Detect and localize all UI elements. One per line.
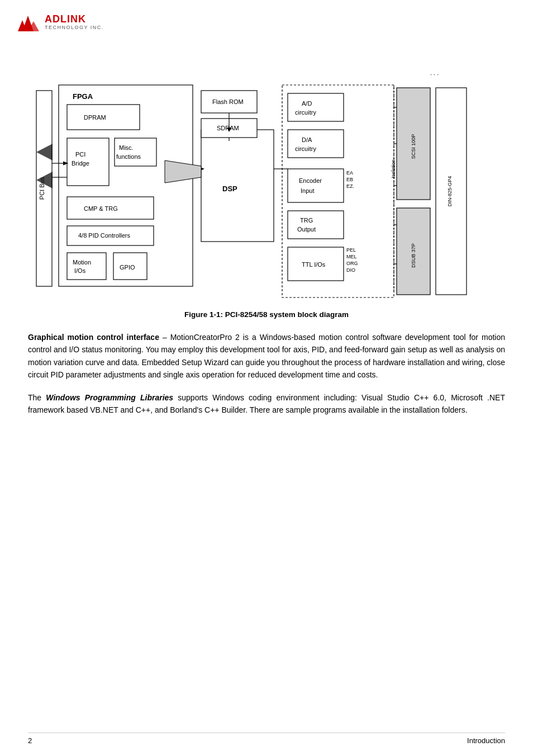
svg-text:EB: EB: [346, 177, 353, 182]
svg-text:EZ.: EZ.: [346, 183, 354, 189]
svg-rect-43: [288, 211, 344, 239]
section-label: Introduction: [467, 736, 505, 745]
figure-caption: Figure 1-1: PCI-8254/58 system block dia…: [28, 310, 505, 319]
svg-text:Isolation: Isolation: [391, 159, 396, 178]
svg-text:PEL: PEL: [346, 247, 356, 253]
svg-rect-19: [67, 253, 106, 280]
page-footer: 2 Introduction: [28, 733, 505, 745]
svg-text:SCSI 100P: SCSI 100P: [411, 134, 416, 159]
svg-text:Input: Input: [301, 187, 314, 194]
svg-text:D/A: D/A: [302, 136, 312, 143]
svg-text:DSP: DSP: [222, 185, 237, 193]
svg-text:I/Os: I/Os: [74, 267, 86, 274]
block-diagram: PCI Bus FPGA DPRAM Misc. functions PCI B…: [28, 57, 508, 305]
svg-text:4/8 PID Controllers: 4/8 PID Controllers: [78, 232, 130, 239]
svg-text:· · ·: · · ·: [430, 71, 439, 78]
svg-rect-24: [201, 130, 274, 242]
svg-text:TTL I/Os: TTL I/Os: [302, 261, 326, 268]
svg-text:circuitry: circuitry: [295, 109, 316, 116]
svg-text:EA: EA: [346, 170, 353, 176]
body-paragraph-2: The Windows Programming Libraries suppor…: [28, 391, 505, 417]
adlink-logo-icon: [17, 10, 41, 35]
svg-text:FPGA: FPGA: [73, 92, 93, 101]
para1-bold: Graphical motion control interface: [28, 333, 159, 342]
svg-text:DIN-825-GP4: DIN-825-GP4: [447, 176, 453, 207]
svg-marker-72: [165, 160, 201, 183]
svg-text:DPRAM: DPRAM: [84, 114, 106, 121]
svg-text:MEL: MEL: [346, 254, 357, 259]
svg-text:Output: Output: [297, 226, 316, 233]
svg-text:DSUB 37P: DSUB 37P: [411, 243, 416, 268]
logo-sub-label: TECHNOLOGY INC.: [45, 25, 104, 31]
svg-rect-37: [288, 169, 344, 202]
svg-text:TRG: TRG: [300, 217, 313, 224]
system-block-diagram-svg: PCI Bus FPGA DPRAM Misc. functions PCI B…: [28, 57, 508, 303]
logo-adlink-label: ADLINK: [45, 14, 104, 25]
svg-text:Motion: Motion: [73, 259, 91, 266]
para2-bold-italic: Windows Programming Libraries: [46, 393, 173, 402]
svg-text:CMP & TRG: CMP & TRG: [84, 205, 118, 212]
svg-text:functions: functions: [116, 153, 141, 160]
svg-text:Bridge: Bridge: [72, 160, 89, 167]
svg-text:PCI: PCI: [75, 151, 85, 158]
svg-text:ORG: ORG: [346, 261, 358, 266]
para2-start: The: [28, 393, 46, 402]
body-paragraph-1: Graphical motion control interface – Mot…: [28, 331, 505, 381]
svg-text:Misc.: Misc.: [119, 144, 134, 151]
svg-text:GPIO: GPIO: [120, 264, 135, 271]
svg-text:circuitry: circuitry: [295, 145, 316, 152]
svg-rect-9: [115, 138, 156, 166]
page-header: ADLINK TECHNOLOGY INC.: [0, 0, 533, 40]
logo: ADLINK TECHNOLOGY INC.: [17, 10, 104, 35]
page-number: 2: [28, 736, 32, 745]
svg-rect-34: [288, 130, 344, 158]
svg-text:DIO: DIO: [346, 267, 355, 273]
svg-text:Flash ROM: Flash ROM: [212, 98, 244, 105]
main-content: PCI Bus FPGA DPRAM Misc. functions PCI B…: [0, 40, 533, 437]
svg-rect-31: [288, 93, 344, 121]
logo-text: ADLINK TECHNOLOGY INC.: [45, 14, 104, 31]
svg-text:A/D: A/D: [302, 100, 312, 107]
svg-text:Encoder: Encoder: [299, 177, 322, 184]
